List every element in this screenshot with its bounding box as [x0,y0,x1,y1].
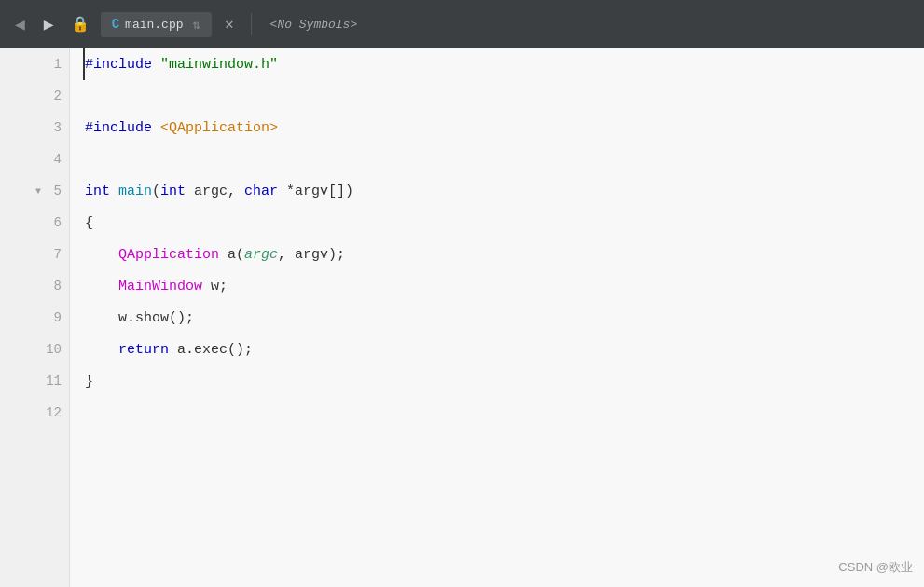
line-num: 6 [43,215,62,230]
code-line: return a.exec(); [85,334,924,365]
line-num: 3 [43,120,62,135]
code-token: w.show(); [118,310,194,326]
line-num: 5 [43,184,62,198]
code-token: return [118,342,169,358]
line-num: 7 [43,247,62,262]
file-tab-name: main.cpp [125,18,183,32]
code-token: argc, [186,184,244,199]
line-number-row: 2 [0,80,69,112]
line-number-row: ▼5 [0,175,69,207]
line-num: 12 [43,405,62,420]
lock-icon: 🔒 [67,11,93,37]
line-num: 2 [43,89,62,103]
code-token: #include [85,120,160,136]
line-numbers-gutter: 1234▼56789101112 [0,48,70,587]
line-number-row: 7 [0,239,69,270]
code-token: main [118,184,152,199]
forward-button[interactable]: ▶ [38,10,60,38]
code-line: QApplication a(argc, argv); [85,239,924,270]
code-token: { [85,215,93,231]
code-token: w; [202,279,228,294]
line-number-row: 3 [0,112,69,143]
code-token: #include [85,57,160,73]
line-number-row: 8 [0,270,69,302]
code-token [85,310,118,326]
code-line: #include <QApplication> [85,112,924,143]
code-token: *argv[]) [278,184,353,199]
code-line [85,80,924,112]
line-num: 11 [43,374,62,389]
fold-arrow-icon[interactable]: ▼ [35,186,41,197]
line-num: 8 [43,279,62,294]
toolbar: ◀ ▶ 🔒 C main.cpp ⇅ ✕ <No Symbols> [0,0,924,48]
toolbar-separator [251,13,252,35]
code-token: argc [244,247,278,263]
line-number-row: 12 [0,397,69,429]
line-num: 10 [43,342,62,357]
code-line: } [85,365,924,397]
code-line: #include "mainwindow.h" [83,48,924,80]
line-num: 1 [43,57,62,72]
code-line: int main(int argc, char *argv[]) [85,175,924,207]
code-line [85,143,924,175]
code-token [85,247,118,263]
watermark: CSDN @欧业 [838,559,913,576]
code-token: int [85,184,110,199]
close-tab-button[interactable]: ✕ [219,13,240,35]
editor-area: 1234▼56789101112 #include "mainwindow.h"… [0,48,924,587]
code-token [110,184,118,199]
code-token: int [160,184,186,199]
code-token: ( [152,184,160,199]
code-token: MainWindow [118,279,202,294]
line-num: 9 [43,310,62,325]
line-number-row: 9 [0,302,69,334]
code-token: <QApplication> [160,120,278,136]
code-token: a.exec(); [169,342,253,358]
line-number-row: 11 [0,365,69,397]
symbols-label[interactable]: <No Symbols> [263,14,365,35]
line-number-row: 4 [0,143,69,175]
cpp-file-icon: C [112,17,119,32]
line-number-row: 6 [0,207,69,239]
line-number-row: 10 [0,334,69,365]
code-line: { [85,207,924,239]
code-token: a( [219,247,244,263]
code-token: , argv); [278,247,345,263]
code-line: w.show(); [85,302,924,334]
code-token: } [85,374,93,389]
line-num: 4 [43,152,62,167]
code-line: MainWindow w; [85,270,924,302]
code-token [85,342,118,358]
file-tab[interactable]: C main.cpp ⇅ [101,12,212,37]
code-token: char [244,184,278,199]
code-token: QApplication [118,247,219,263]
code-token: "mainwindow.h" [160,57,278,73]
line-number-row: 1 [0,48,69,80]
back-button[interactable]: ◀ [9,10,31,38]
code-token [85,279,118,294]
code-content[interactable]: #include "mainwindow.h"#include <QApplic… [70,48,924,587]
code-line [85,397,924,429]
tab-arrows-icon[interactable]: ⇅ [193,17,200,33]
